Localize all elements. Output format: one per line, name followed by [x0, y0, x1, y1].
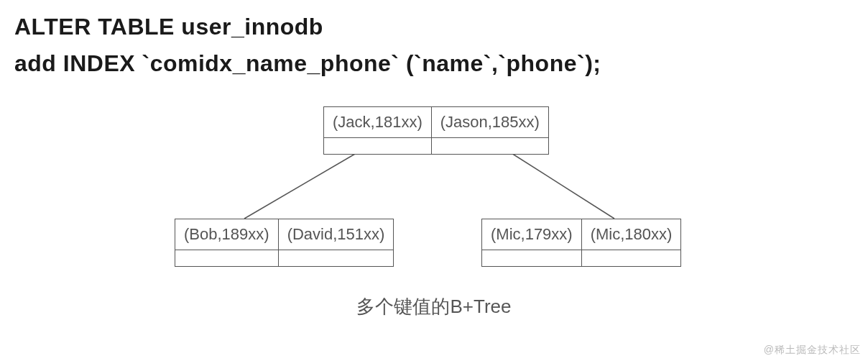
tree-pointer-slot — [482, 250, 581, 266]
tree-leaf-cell: (David,151xx) — [278, 219, 394, 266]
tree-pointer-slot — [432, 138, 548, 154]
tree-pointer-slot — [279, 250, 394, 266]
tree-leaf-node-1: (Mic,179xx) (Mic,180xx) — [481, 219, 681, 267]
btree-diagram: (Jack,181xx) (Jason,185xx) (Bob,189xx) (… — [0, 89, 868, 334]
tree-key: (Jack,181xx) — [324, 107, 431, 138]
tree-root-cell-1: (Jason,185xx) — [431, 107, 548, 154]
tree-key: (David,151xx) — [279, 219, 394, 250]
tree-root-node: (Jack,181xx) (Jason,185xx) — [323, 106, 549, 155]
tree-key: (Jason,185xx) — [432, 107, 548, 138]
sql-line-2: add INDEX `comidx_name_phone` (`name`,`p… — [14, 45, 854, 82]
tree-root-cell-0: (Jack,181xx) — [324, 107, 431, 154]
tree-leaf-cell: (Mic,179xx) — [482, 219, 581, 266]
tree-leaf-node-0: (Bob,189xx) (David,151xx) — [175, 219, 394, 267]
tree-pointer-slot — [582, 250, 681, 266]
svg-line-0 — [244, 151, 360, 219]
tree-leaf-cell: (Mic,180xx) — [581, 219, 681, 266]
sql-statement: ALTER TABLE user_innodb add INDEX `comid… — [0, 0, 868, 82]
watermark: @稀土掘金技术社区 — [764, 344, 861, 357]
tree-pointer-slot — [324, 138, 431, 154]
tree-key: (Bob,189xx) — [175, 219, 278, 250]
tree-key: (Mic,180xx) — [582, 219, 681, 250]
diagram-caption: 多个键值的B+Tree — [0, 294, 868, 319]
svg-line-1 — [508, 151, 614, 219]
tree-pointer-slot — [175, 250, 278, 266]
tree-key: (Mic,179xx) — [482, 219, 581, 250]
tree-leaf-cell: (Bob,189xx) — [175, 219, 278, 266]
sql-line-1: ALTER TABLE user_innodb — [14, 9, 854, 45]
